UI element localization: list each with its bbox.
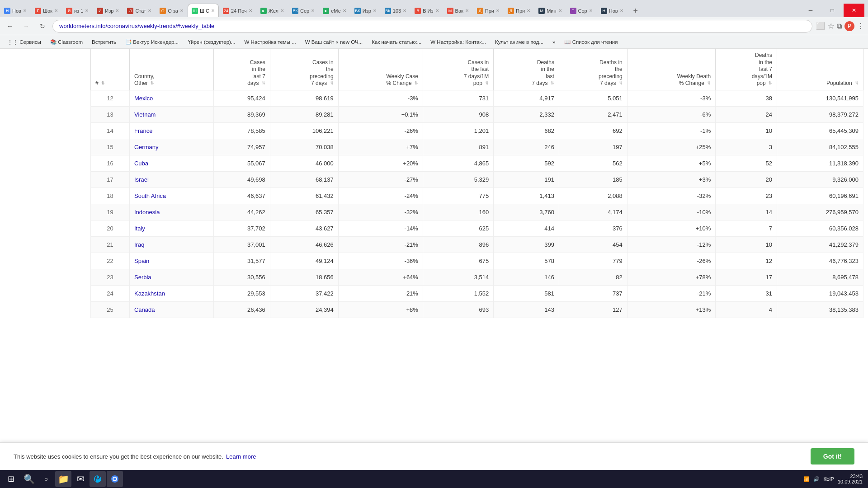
tab-6-close[interactable]: ✕ xyxy=(180,8,184,13)
col-weekly-case-change[interactable]: Weekly Case% Change ⇅ xyxy=(338,49,423,90)
tab-15-label: Вак xyxy=(455,8,463,14)
col-weekly-death-change[interactable]: Weekly Death% Change ⇅ xyxy=(627,49,715,90)
tab-4-close[interactable]: ✕ xyxy=(115,8,119,13)
col-cases-last7[interactable]: Casesin thelast 7days ⇅ xyxy=(214,49,270,90)
tab-3-close[interactable]: ✕ xyxy=(85,8,89,13)
row-num: 19 xyxy=(91,204,130,220)
bookmark-nastroika-temy[interactable]: W Настройка темы ... xyxy=(241,38,299,46)
tab-10[interactable]: ВК Сер ✕ xyxy=(288,4,319,17)
country-link[interactable]: Cuba xyxy=(134,160,148,167)
bookmark-more[interactable]: » xyxy=(549,38,559,46)
learn-more-link[interactable]: Learn more xyxy=(226,453,256,460)
new-tab-button[interactable]: + xyxy=(629,5,642,17)
address-input[interactable] xyxy=(52,20,812,33)
tab-2-close[interactable]: ✕ xyxy=(54,8,58,13)
tab-13[interactable]: ВК 103 ✕ xyxy=(381,4,410,17)
col-deaths-1m[interactable]: Deathsin thelast 7days/1Mpop ⇅ xyxy=(716,49,777,90)
col-num[interactable]: # ⇅ xyxy=(91,49,130,90)
profile-icon[interactable]: Р xyxy=(844,21,854,31)
tab-5[interactable]: Л Стат ✕ xyxy=(123,4,156,17)
country-link[interactable]: Kazakhstan xyxy=(134,290,165,297)
tab-9[interactable]: ► Жел ✕ xyxy=(256,4,288,17)
tab-1-close[interactable]: ✕ xyxy=(23,8,27,13)
forward-button[interactable]: → xyxy=(20,20,33,33)
col-cases-preceding7[interactable]: Cases inthepreceding7 days ⇅ xyxy=(270,49,338,90)
tab-20-close[interactable]: ✕ xyxy=(620,8,623,13)
col-deaths-preceding7[interactable]: Deaths inthepreceding7 days ⇅ xyxy=(559,49,627,90)
tab-12[interactable]: ВК Изр ✕ xyxy=(350,4,381,17)
bookmark-services[interactable]: ⋮⋮ Сервисы xyxy=(4,38,45,46)
tab-4[interactable]: И Изр ✕ xyxy=(93,4,123,17)
tab-19[interactable]: Т Сор ✕ xyxy=(566,4,597,17)
bookmark-kak-nachat[interactable]: Как начать статью:... xyxy=(368,38,425,46)
tab-19-close[interactable]: ✕ xyxy=(589,8,593,13)
tab-10-close[interactable]: ✕ xyxy=(311,8,315,13)
country-link[interactable]: Israel xyxy=(134,176,149,183)
tab-1[interactable]: Н Нов ✕ xyxy=(0,4,31,17)
col-deaths-last7[interactable]: Deathsin thelast7 days ⇅ xyxy=(494,49,559,90)
tab-7[interactable]: Ш Ш С ✕ xyxy=(188,4,219,17)
tab-5-close[interactable]: ✕ xyxy=(148,8,151,13)
bookmark-bektur[interactable]: 📑 Бектур Искендер... xyxy=(122,38,182,46)
minimize-button[interactable]: ─ xyxy=(800,4,821,17)
tab-2[interactable]: Г Шок ✕ xyxy=(31,4,62,17)
bookmark-reading-list[interactable]: 📖 Список для чтения xyxy=(561,38,621,46)
extensions-icon[interactable]: ⧉ xyxy=(837,22,842,30)
back-button[interactable]: ← xyxy=(4,20,16,33)
col-population[interactable]: Population ⇅ xyxy=(777,49,863,90)
maximize-button[interactable]: □ xyxy=(822,4,843,17)
tab-14[interactable]: В В Из ✕ xyxy=(410,4,443,17)
tab-16[interactable]: Д При ✕ xyxy=(473,4,504,17)
country-link[interactable]: Mexico xyxy=(134,95,153,102)
tab-13-close[interactable]: ✕ xyxy=(403,8,406,13)
menu-icon[interactable]: ⋮ xyxy=(857,22,864,30)
tab-8-close[interactable]: ✕ xyxy=(249,8,252,13)
row-cases-preceding7: 98,619 xyxy=(270,90,338,106)
tab-20-icon: Н xyxy=(601,8,607,14)
address-actions: ⬜ ☆ ⧉ Р ⋮ xyxy=(816,21,864,31)
tab-17-close[interactable]: ✕ xyxy=(527,8,530,13)
row-num: 12 xyxy=(91,90,130,106)
tab-17[interactable]: Д При ✕ xyxy=(504,4,534,17)
bookmark-uyren[interactable]: Үйрен (сездуктер)... xyxy=(184,38,239,46)
tab-15-close[interactable]: ✕ xyxy=(465,8,469,13)
tab-12-close[interactable]: ✕ xyxy=(373,8,377,13)
tab-14-close[interactable]: ✕ xyxy=(435,8,439,13)
country-link[interactable]: South Africa xyxy=(134,192,166,199)
tab-7-close[interactable]: ✕ xyxy=(211,8,215,13)
country-link[interactable]: Serbia xyxy=(134,274,151,281)
country-link[interactable]: Vietnam xyxy=(134,111,156,118)
col-cases-1m[interactable]: Cases inthe last7 days/1Mpop ⇅ xyxy=(423,49,493,90)
tab-20[interactable]: Н Нов ✕ xyxy=(597,4,627,17)
bookmark-vash-sait[interactable]: W Ваш сайт « new ОЧ... xyxy=(302,38,366,46)
country-link[interactable]: Indonesia xyxy=(134,209,160,216)
row-population: 276,959,570 xyxy=(777,204,863,220)
country-link[interactable]: Iraq xyxy=(134,241,144,248)
tab-18[interactable]: М Мин ✕ xyxy=(534,4,566,17)
tab-18-close[interactable]: ✕ xyxy=(558,8,562,13)
row-cases-last7: 44,262 xyxy=(214,204,270,220)
country-link[interactable]: Italy xyxy=(134,225,145,232)
bookmark-icon[interactable]: ☆ xyxy=(828,22,834,30)
country-link[interactable]: Spain xyxy=(134,258,149,264)
tab-9-close[interactable]: ✕ xyxy=(280,8,284,13)
tab-8[interactable]: 24 24 Поч ✕ xyxy=(219,4,256,17)
bookmark-classroom[interactable]: 📚 Classroom xyxy=(47,38,86,46)
tab-11-close[interactable]: ✕ xyxy=(343,8,346,13)
bookmark-kult-anime[interactable]: Культ аниме в под... xyxy=(491,38,547,46)
tab-3[interactable]: Я из 1 ✕ xyxy=(62,4,93,17)
translate-icon[interactable]: ⬜ xyxy=(816,22,825,30)
close-button[interactable]: ✕ xyxy=(844,4,864,17)
tab-6[interactable]: О О за ✕ xyxy=(156,4,188,17)
bookmark-vstretit[interactable]: Встретить xyxy=(88,38,120,46)
tab-16-close[interactable]: ✕ xyxy=(496,8,500,13)
country-link[interactable]: Germany xyxy=(134,144,158,150)
bookmark-nastroika-kontak[interactable]: W Настройка: Контак... xyxy=(427,38,490,46)
col-country[interactable]: Country,Other ⇅ xyxy=(129,49,213,90)
refresh-button[interactable]: ↻ xyxy=(36,20,49,33)
got-it-button[interactable]: Got it! xyxy=(811,448,854,465)
country-link[interactable]: France xyxy=(134,127,152,134)
country-link[interactable]: Canada xyxy=(134,306,155,313)
tab-11[interactable]: ► еМе ✕ xyxy=(319,4,350,17)
tab-15[interactable]: М Вак ✕ xyxy=(443,4,473,17)
